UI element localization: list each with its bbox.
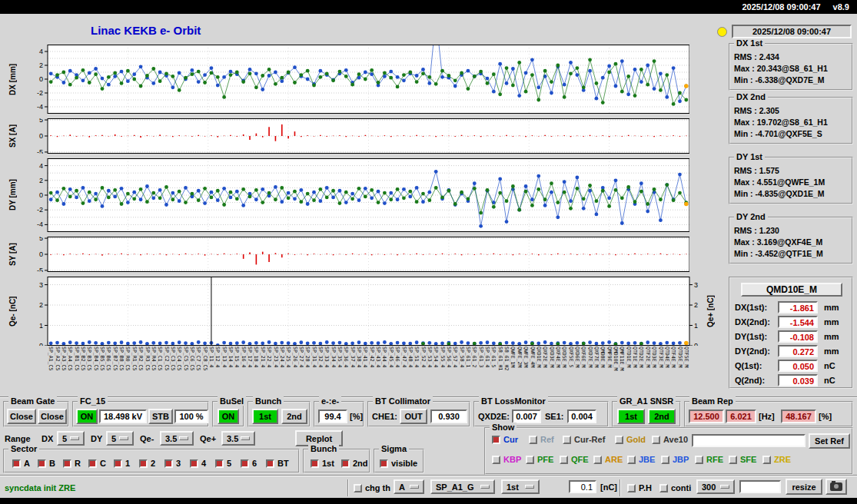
checkbox-indicator[interactable] — [38, 459, 46, 468]
checkbox-indicator[interactable] — [380, 459, 388, 468]
checkbox-3[interactable]: 3 — [164, 458, 181, 469]
bunch-select[interactable]: 1st — [501, 479, 540, 494]
x-axis-label: SP_26_4 — [291, 346, 297, 394]
checkbox-label: JBE — [639, 455, 655, 464]
checkbox-indicator[interactable] — [12, 459, 21, 468]
fc15-stb-button[interactable]: STB — [148, 409, 173, 424]
checkbox-jbe[interactable]: JBE — [627, 454, 655, 465]
checkbox-indicator[interactable] — [659, 484, 668, 492]
checkbox-indicator[interactable] — [164, 459, 173, 468]
checkbox-indicator[interactable] — [593, 456, 602, 464]
checkbox-indicator[interactable] — [139, 459, 148, 468]
checkbox-indicator[interactable] — [526, 456, 534, 464]
checkbox-indicator[interactable] — [563, 436, 571, 444]
checkbox-indicator[interactable] — [560, 456, 568, 464]
rms-value: RMS : 1.575 — [734, 165, 848, 177]
checkbox-indicator[interactable] — [627, 456, 636, 464]
beam-gate-close-p-button[interactable]: Close — [38, 409, 67, 424]
checkbox-gold[interactable]: Gold — [615, 434, 646, 445]
checkbox-ave10[interactable]: Ave10 — [652, 434, 688, 445]
x-axis-label: QTF2E_M — [645, 346, 651, 394]
svg-text:-4: -4 — [37, 103, 43, 111]
checkbox-c[interactable]: C — [88, 458, 106, 469]
set-ref-button[interactable]: Set Ref — [809, 433, 850, 449]
checkbox-indicator[interactable] — [627, 484, 636, 492]
checkbox-1[interactable]: 1 — [114, 458, 130, 469]
checkbox-chg-th[interactable]: chg th — [354, 482, 390, 493]
dx-2nd-stats-box: DX 2nd RMS : 2.305 Max : 19.702@S8_61_H1… — [729, 97, 853, 144]
bunch-1st-button[interactable]: 1st — [252, 409, 278, 424]
range-dy-select[interactable]: 5 — [106, 431, 134, 446]
checkbox-indicator[interactable] — [652, 436, 660, 444]
checkbox-indicator[interactable] — [729, 456, 737, 464]
checkbox-6[interactable]: 6 — [241, 458, 257, 469]
checkbox-5[interactable]: 5 — [215, 458, 231, 469]
checkbox-indicator[interactable] — [615, 436, 623, 444]
ref-name-input[interactable] — [692, 434, 806, 447]
checkbox-1st[interactable]: 1st — [311, 458, 334, 469]
group-label: Bunch — [308, 444, 339, 453]
x-axis-label: QXF5E_S — [567, 346, 573, 394]
checkbox-kbp[interactable]: KBP — [492, 454, 521, 465]
timestamp-field: 2025/12/08 09:00:47 — [732, 25, 852, 38]
checkbox-ref[interactable]: Ref — [529, 434, 554, 445]
checkbox-indicator[interactable] — [354, 484, 362, 492]
checkbox-visible[interactable]: visible — [380, 458, 417, 469]
range-qe-minus-select[interactable]: 3.5 — [160, 431, 194, 446]
checkbox-indicator[interactable] — [492, 456, 500, 464]
checkbox-indicator[interactable] — [114, 459, 122, 468]
region-select[interactable]: A — [394, 479, 424, 494]
checkbox-indicator[interactable] — [63, 459, 71, 468]
checkbox-cur[interactable]: Cur — [492, 434, 518, 445]
screenshot-button[interactable] — [825, 479, 847, 495]
aux-input[interactable] — [739, 480, 781, 493]
checkbox-indicator[interactable] — [341, 459, 350, 468]
checkbox-b[interactable]: B — [38, 458, 55, 469]
checkbox-indicator[interactable] — [492, 436, 500, 444]
range-dx-select[interactable]: 5 — [57, 431, 85, 446]
busel-on-button[interactable]: ON — [218, 409, 239, 424]
checkbox-indicator[interactable] — [529, 436, 537, 444]
checkbox-indicator[interactable] — [661, 456, 669, 464]
monitor-row-label: DX(1st): — [735, 303, 767, 312]
snsr-1st-button[interactable]: 1st — [617, 409, 645, 424]
checkbox-bt[interactable]: BT — [266, 458, 289, 469]
checkbox-qfe[interactable]: QFE — [560, 454, 589, 465]
checkbox-4[interactable]: 4 — [190, 458, 206, 469]
beam-gate-close-e-button[interactable]: Close — [7, 409, 36, 424]
checkbox-indicator[interactable] — [762, 456, 771, 464]
checkbox-indicator[interactable] — [311, 459, 319, 468]
resize-button[interactable]: resize — [786, 479, 822, 495]
checkbox-sfe[interactable]: SFE — [729, 454, 756, 465]
checkbox-indicator[interactable] — [266, 459, 274, 468]
checkbox-indicator[interactable] — [241, 459, 249, 468]
checkbox-jbp[interactable]: JBP — [661, 454, 689, 465]
checkbox-rfe[interactable]: RFE — [695, 454, 723, 465]
snsr-2nd-button[interactable]: 2nd — [648, 409, 676, 424]
checkbox-2[interactable]: 2 — [139, 458, 155, 469]
che1-out-button[interactable]: OUT — [400, 409, 427, 424]
checkbox-indicator[interactable] — [215, 459, 224, 468]
checkbox-a[interactable]: A — [12, 458, 30, 469]
checkbox-pfe[interactable]: PFE — [526, 454, 553, 465]
fc15-on-button[interactable]: ON — [76, 409, 98, 424]
bunch-2nd-button[interactable]: 2nd — [281, 409, 307, 424]
checkbox-indicator[interactable] — [695, 456, 703, 464]
x-axis-label: SP_44_4 — [381, 346, 387, 394]
checkbox-ph[interactable]: P.H — [627, 482, 652, 493]
threshold-input[interactable] — [569, 480, 596, 493]
checkbox-cur-ref[interactable]: Cur-Ref — [563, 434, 605, 445]
checkbox-are[interactable]: ARE — [593, 454, 623, 465]
checkbox-indicator[interactable] — [190, 459, 198, 468]
x-axis-label: SP_C4_C5 — [176, 346, 182, 394]
checkbox-indicator[interactable] — [88, 459, 97, 468]
monitor-select[interactable]: SP_A1_G — [430, 479, 495, 494]
checkbox-zre[interactable]: ZRE — [762, 454, 791, 465]
group-label: FC_15 — [78, 396, 108, 406]
checkbox-conti[interactable]: conti — [659, 482, 691, 493]
window-size-select[interactable]: 300 — [696, 479, 735, 494]
range-qe-plus-select[interactable]: 3.5 — [221, 431, 255, 446]
checkbox-r[interactable]: R — [63, 458, 81, 469]
x-axis-label: SP_52_4 — [420, 346, 426, 394]
checkbox-2nd[interactable]: 2nd — [341, 458, 368, 469]
